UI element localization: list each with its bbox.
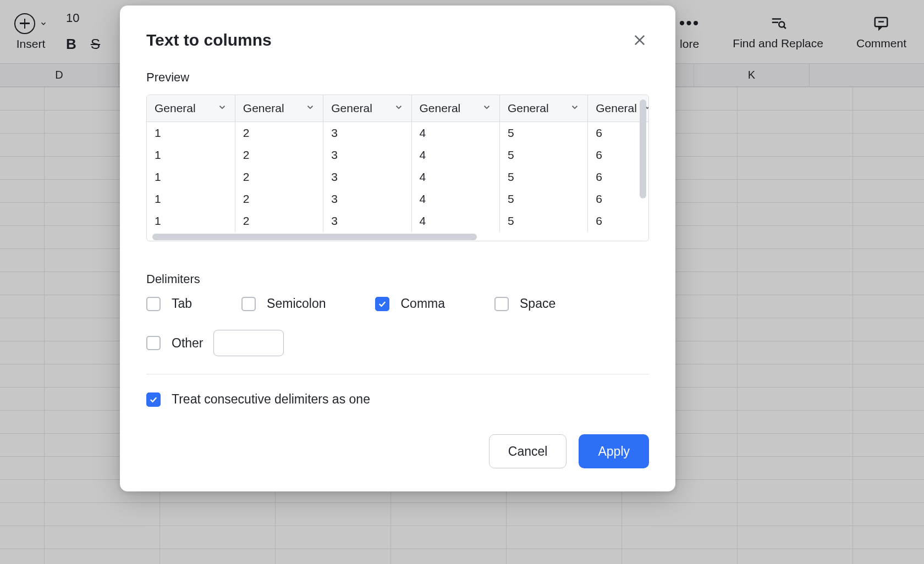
table-row: 123456 — [147, 144, 648, 166]
horizontal-scrollbar[interactable] — [152, 234, 477, 240]
table-cell: 4 — [411, 210, 499, 232]
table-cell: 3 — [323, 122, 411, 145]
chevron-down-icon — [394, 102, 404, 115]
table-cell: 5 — [499, 144, 587, 166]
checkbox-comma[interactable] — [375, 297, 389, 311]
delimiter-comma[interactable]: Comma — [375, 296, 445, 311]
table-cell: 2 — [235, 122, 323, 145]
chevron-down-icon — [482, 102, 492, 115]
delimiter-other[interactable]: Other — [146, 336, 204, 351]
table-cell: 1 — [147, 144, 235, 166]
table-cell: 5 — [499, 122, 587, 145]
delimiter-tab[interactable]: Tab — [146, 296, 192, 311]
table-cell: 4 — [411, 122, 499, 145]
table-row: 123456 — [147, 122, 648, 145]
table-cell: 1 — [147, 188, 235, 210]
table-cell: 1 — [147, 122, 235, 145]
table-cell: 2 — [235, 188, 323, 210]
table-cell: 4 — [411, 144, 499, 166]
preview-col-type[interactable]: General — [235, 95, 323, 122]
chevron-down-icon — [217, 102, 227, 115]
delimiters-label: Delimiters — [146, 272, 649, 286]
table-cell: 3 — [323, 188, 411, 210]
delimiter-other-input[interactable] — [213, 330, 284, 356]
preview-col-type[interactable]: General — [323, 95, 411, 122]
table-cell: 6 — [588, 210, 648, 232]
preview-col-type[interactable]: General — [411, 95, 499, 122]
checkbox-other[interactable] — [146, 336, 161, 350]
table-cell: 2 — [235, 144, 323, 166]
table-cell: 5 — [499, 188, 587, 210]
table-cell: 5 — [499, 210, 587, 232]
table-row: 123456 — [147, 166, 648, 188]
text-to-columns-dialog: Text to columns Preview GeneralGeneralGe… — [120, 5, 675, 491]
preview-table: GeneralGeneralGeneralGeneralGeneralGener… — [146, 95, 649, 241]
table-cell: 1 — [147, 210, 235, 232]
close-button[interactable] — [630, 31, 649, 49]
cancel-button[interactable]: Cancel — [489, 434, 567, 468]
table-cell: 4 — [411, 166, 499, 188]
divider — [146, 374, 649, 374]
preview-col-type[interactable]: General — [147, 95, 235, 122]
preview-label: Preview — [146, 70, 649, 85]
dialog-title: Text to columns — [146, 31, 272, 49]
delimiter-semicolon[interactable]: Semicolon — [241, 296, 326, 311]
checkbox-tab[interactable] — [146, 297, 161, 311]
table-row: 123456 — [147, 188, 648, 210]
treat-consecutive-option[interactable]: Treat consecutive delimiters as one — [146, 392, 649, 407]
table-cell: 2 — [235, 166, 323, 188]
table-row: 123456 — [147, 210, 648, 232]
chevron-down-icon — [305, 102, 315, 115]
checkbox-treat-consecutive[interactable] — [146, 392, 161, 407]
table-cell: 3 — [323, 166, 411, 188]
table-cell: 3 — [323, 210, 411, 232]
vertical-scrollbar[interactable] — [640, 99, 646, 198]
table-cell: 1 — [147, 166, 235, 188]
checkbox-semicolon[interactable] — [241, 297, 256, 311]
table-cell: 2 — [235, 210, 323, 232]
table-cell: 3 — [323, 144, 411, 166]
chevron-down-icon — [570, 102, 580, 115]
checkbox-space[interactable] — [494, 297, 509, 311]
table-cell: 4 — [411, 188, 499, 210]
preview-col-type[interactable]: General — [499, 95, 587, 122]
table-cell: 5 — [499, 166, 587, 188]
apply-button[interactable]: Apply — [579, 434, 649, 468]
delimiter-space[interactable]: Space — [494, 296, 556, 311]
